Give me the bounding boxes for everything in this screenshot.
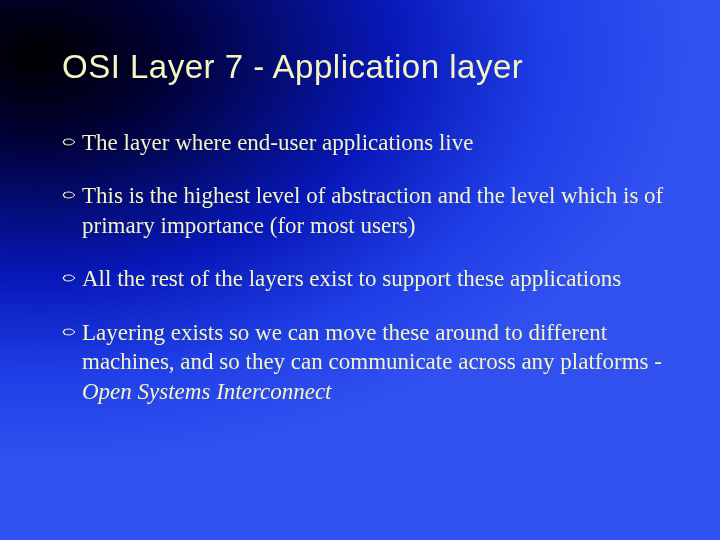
fish-icon <box>62 320 80 344</box>
bullet-text: Layering exists so we can move these aro… <box>82 318 665 406</box>
list-item: All the rest of the layers exist to supp… <box>62 264 665 293</box>
list-item: The layer where end-user applications li… <box>62 128 665 157</box>
bullet-text: All the rest of the layers exist to supp… <box>82 264 665 293</box>
bullet-prefix: Layering exists so we can move these aro… <box>82 320 662 374</box>
fish-icon <box>62 183 80 207</box>
slide-title: OSI Layer 7 - Application layer <box>62 48 665 86</box>
fish-icon <box>62 130 80 154</box>
fish-icon <box>62 266 80 290</box>
list-item: Layering exists so we can move these aro… <box>62 318 665 406</box>
bullet-list: The layer where end-user applications li… <box>62 128 665 406</box>
list-item: This is the highest level of abstraction… <box>62 181 665 240</box>
bullet-italic: Open Systems Interconnect <box>82 379 332 404</box>
presentation-slide: OSI Layer 7 - Application layer The laye… <box>0 0 720 540</box>
bullet-text: This is the highest level of abstraction… <box>82 181 665 240</box>
bullet-text: The layer where end-user applications li… <box>82 128 665 157</box>
